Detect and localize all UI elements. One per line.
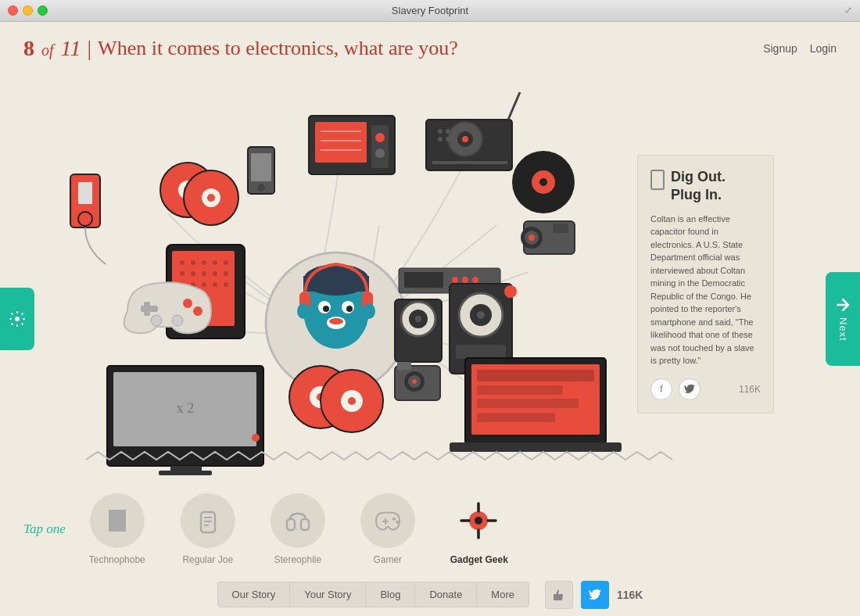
window-controls[interactable] (8, 5, 48, 16)
tap-one-label: Tap one (23, 521, 66, 537)
svg-point-59 (224, 260, 228, 265)
svg-point-38 (462, 136, 468, 142)
svg-point-104 (348, 397, 356, 405)
svg-point-62 (202, 271, 206, 276)
svg-point-13 (297, 303, 310, 319)
svg-point-127 (392, 518, 396, 521)
login-link[interactable]: Login (810, 42, 837, 55)
settings-button[interactable] (0, 288, 34, 350)
resize-icon[interactable]: ⤢ (844, 5, 852, 16)
svg-point-37 (457, 131, 473, 147)
svg-point-9 (327, 317, 346, 329)
question-area: 8 of 11 | When it comes to electronics, … (23, 36, 458, 61)
info-panel-footer: f 116K (650, 378, 761, 400)
svg-point-61 (191, 271, 195, 276)
svg-point-23 (207, 194, 215, 202)
next-button[interactable]: Next (826, 272, 860, 366)
category-gamer[interactable]: Gamer (360, 493, 415, 565)
next-label: Next (837, 317, 849, 342)
svg-point-18 (160, 163, 215, 217)
svg-point-107 (408, 375, 421, 388)
facebook-button[interactable]: f (650, 378, 672, 400)
svg-point-71 (193, 306, 202, 316)
svg-point-91 (504, 285, 517, 298)
svg-point-1 (266, 252, 407, 393)
footer-blog[interactable]: Blog (366, 582, 415, 607)
svg-point-58 (213, 260, 217, 265)
signup-link[interactable]: Signup (763, 42, 797, 55)
svg-point-5 (318, 301, 331, 313)
svg-rect-12 (362, 292, 373, 309)
minimize-button[interactable] (23, 5, 33, 16)
svg-rect-92 (107, 366, 263, 466)
svg-rect-73 (144, 302, 150, 316)
svg-rect-35 (426, 120, 512, 170)
footer-twitter-button[interactable] (581, 581, 609, 609)
footer-count: 116K (617, 589, 643, 601)
svg-point-130 (475, 517, 482, 525)
svg-point-128 (396, 521, 399, 524)
footer-our-story[interactable]: Our Story (218, 582, 291, 607)
phone-icon (650, 170, 665, 190)
info-panel-title: Dig Out. Plug In. (650, 168, 761, 205)
svg-rect-96 (170, 466, 202, 472)
svg-rect-109 (397, 362, 411, 370)
svg-point-6 (342, 301, 354, 313)
svg-point-108 (412, 379, 417, 384)
svg-point-46 (532, 170, 555, 194)
footer-like-button[interactable] (545, 581, 573, 609)
category-regular-joe[interactable]: Regular Joe (181, 493, 235, 565)
svg-point-69 (224, 282, 228, 287)
twitter-button[interactable] (679, 378, 701, 400)
svg-rect-114 (477, 399, 579, 408)
svg-point-88 (470, 304, 492, 326)
category-stereophile[interactable]: ♪ Stereophile (271, 493, 325, 565)
svg-point-0 (15, 317, 20, 321)
svg-point-47 (539, 178, 547, 186)
header: 8 of 11 | When it comes to electronics, … (0, 22, 860, 69)
svg-rect-54 (172, 251, 235, 326)
svg-point-20 (184, 186, 192, 194)
svg-rect-53 (167, 245, 245, 338)
category-gadget-geek[interactable]: Gadget Geek (450, 493, 508, 565)
svg-point-99 (289, 366, 352, 428)
svg-point-63 (213, 271, 217, 276)
footer-social: 116K (545, 581, 643, 609)
svg-point-83 (401, 302, 435, 336)
svg-point-68 (213, 282, 217, 287)
svg-point-3 (303, 264, 369, 295)
svg-text:♪: ♪ (295, 525, 298, 532)
svg-rect-77 (404, 272, 443, 288)
svg-rect-32 (371, 125, 389, 168)
stereophile-icon: ♪ (271, 493, 325, 548)
svg-rect-113 (477, 385, 563, 395)
svg-rect-48 (524, 221, 575, 254)
gamer-label: Gamer (373, 554, 402, 565)
svg-rect-72 (141, 306, 158, 312)
svg-point-43 (438, 137, 443, 141)
regular-joe-label: Regular Joe (182, 554, 233, 565)
close-button[interactable] (8, 5, 18, 16)
svg-point-50 (525, 231, 539, 245)
technophobe-label: Technophobe (89, 554, 145, 565)
svg-rect-122 (287, 519, 295, 530)
footer-donate[interactable]: Donate (415, 582, 477, 607)
svg-point-49 (521, 227, 543, 249)
svg-point-33 (375, 133, 385, 142)
svg-point-7 (323, 306, 329, 312)
svg-point-100 (310, 386, 331, 408)
svg-point-101 (317, 393, 324, 401)
footer-more[interactable]: More (477, 582, 529, 607)
svg-rect-17 (78, 182, 92, 204)
question-number: 8 of 11 (23, 36, 81, 61)
category-technophobe[interactable]: Technophobe (89, 493, 145, 565)
maximize-button[interactable] (38, 5, 48, 16)
technophobe-icon (90, 493, 145, 548)
svg-rect-112 (477, 370, 594, 381)
svg-point-45 (512, 151, 575, 213)
footer-your-story[interactable]: Your Story (290, 582, 366, 607)
info-panel: Dig Out. Plug In. Coltan is an effective… (637, 155, 774, 414)
svg-point-8 (346, 306, 353, 312)
question-text: When it comes to electronics, what are y… (98, 37, 458, 60)
footer-nav: Our Story Your Story Blog Donate More (217, 582, 529, 607)
